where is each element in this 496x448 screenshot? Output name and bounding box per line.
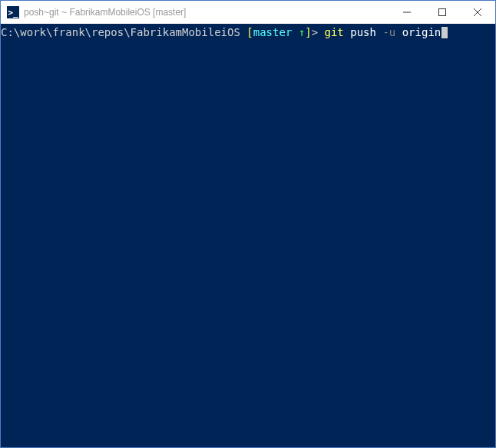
prompt-path: C:\work\frank\repos\FabrikamMobileiOS — [1, 26, 240, 38]
close-button[interactable] — [460, 1, 495, 24]
cmd-git: git — [324, 26, 343, 38]
svg-rect-1 — [439, 9, 446, 16]
terminal-body[interactable]: C:\work\frank\repos\FabrikamMobileiOS [m… — [1, 24, 495, 447]
powershell-icon: >_ — [7, 6, 19, 18]
prompt-line: C:\work\frank\repos\FabrikamMobileiOS [m… — [1, 25, 495, 39]
ahead-indicator-icon: ↑ — [299, 26, 305, 38]
prompt-branch: master — [253, 26, 293, 38]
cmd-arg: origin — [402, 26, 441, 38]
titlebar[interactable]: >_ posh~git ~ FabrikamMobileiOS [master] — [1, 1, 495, 24]
window-title: posh~git ~ FabrikamMobileiOS [master] — [24, 7, 186, 18]
cursor — [441, 27, 448, 38]
window-controls — [389, 1, 495, 24]
prompt-close-bracket: ] — [305, 26, 311, 38]
powershell-window: >_ posh~git ~ FabrikamMobileiOS [master]… — [0, 0, 496, 448]
maximize-button[interactable] — [425, 1, 460, 24]
cmd-flag: -u — [382, 26, 395, 38]
prompt-open-bracket: [ — [240, 26, 253, 38]
prompt-char: > — [312, 26, 325, 38]
minimize-button[interactable] — [389, 1, 425, 24]
cmd-subcommand: push — [350, 26, 376, 38]
